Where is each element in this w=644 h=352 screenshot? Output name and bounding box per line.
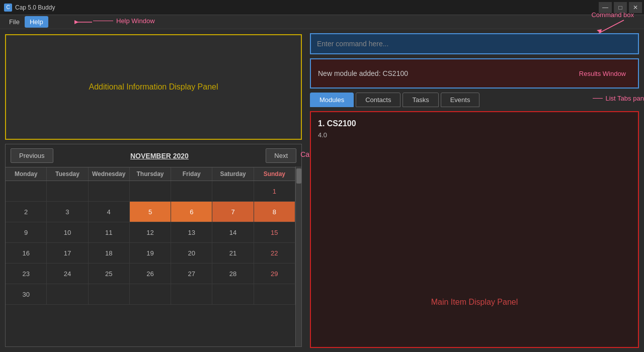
cal-cell-5[interactable]: 5 [130,202,171,222]
cal-cell-30[interactable]: 30 [6,284,47,304]
day-header-fri: Friday [171,167,212,181]
app-icon: C [4,4,12,12]
results-window-annotation: Results Window [579,70,626,77]
results-text: New module added: CS2100 [318,69,408,77]
main-layout: Additional Information Display Panel Pre… [0,29,644,352]
previous-button[interactable]: Previous [11,148,53,163]
cal-cell-21[interactable]: 21 [212,243,254,263]
maximize-button[interactable]: □ [614,2,627,13]
cal-cell-27[interactable]: 27 [171,263,212,284]
cal-cell-empty[interactable] [130,284,171,304]
app-title: Cap 5.0 Buddy [15,4,55,11]
cal-cell-18[interactable]: 18 [89,243,130,263]
cal-cell-empty[interactable] [212,284,254,304]
cal-cell-7[interactable]: 7 [212,202,254,222]
close-button[interactable]: ✕ [629,2,642,13]
calendar-nav: Previous NOVEMBER 2020 Next Calendar [6,144,301,167]
item-value: 4.0 [318,131,631,139]
cal-cell-3[interactable]: 3 [47,202,88,222]
help-window-annotation: Help Window [116,17,155,25]
calendar-section: Previous NOVEMBER 2020 Next Calendar Mon… [5,144,302,347]
cal-cell-20[interactable]: 20 [171,243,212,263]
day-header-wed: Wednesday [89,167,130,181]
calendar-row-3: 9 10 11 12 13 14 15 [6,222,295,243]
cal-cell-11[interactable]: 11 [89,222,130,242]
menubar: File Help Help Window [0,15,644,29]
calendar-header: Monday Tuesday Wednesday Thursday Friday… [6,167,295,181]
tab-events[interactable]: Events [441,93,480,107]
item-number: 1. CS2100 [318,119,631,128]
cal-cell-15[interactable]: 15 [254,222,295,242]
cal-cell-14[interactable]: 14 [212,222,254,242]
cal-cell-empty[interactable] [212,181,254,201]
cal-cell-empty[interactable] [47,284,88,304]
main-item-display-panel-label: Main Item Display Panel [431,298,518,307]
cal-cell-4[interactable]: 4 [89,202,130,222]
next-button[interactable]: Next [266,148,296,163]
day-header-sun: Sunday [254,167,295,181]
calendar-row-5: 23 24 25 26 27 28 29 [6,263,295,284]
command-input[interactable] [310,33,639,54]
cal-cell-17[interactable]: 17 [47,243,88,263]
results-window: New module added: CS2100 Results Window [310,58,639,89]
menu-item-help[interactable]: Help [25,16,48,28]
day-header-sat: Saturday [212,167,254,181]
cal-cell-10[interactable]: 10 [47,222,88,242]
cal-cell-empty[interactable] [47,181,88,201]
titlebar: C Cap 5.0 Buddy — □ ✕ [0,0,644,15]
cal-cell-6[interactable]: 6 [171,202,212,222]
cal-cell-empty[interactable] [6,181,47,201]
day-header-thu: Thursday [130,167,171,181]
cal-cell-empty[interactable] [89,181,130,201]
calendar-grid: Monday Tuesday Wednesday Thursday Friday… [6,167,301,346]
calendar-row-4: 16 17 18 19 20 21 22 [6,243,295,263]
minimize-button[interactable]: — [599,2,612,13]
day-header-mon: Monday [6,167,47,181]
cal-cell-29[interactable]: 29 [254,263,295,284]
svg-marker-3 [597,29,602,33]
tabs-container: Modules Contacts Tasks Events List Tabs … [310,93,639,107]
cal-cell-16[interactable]: 16 [6,243,47,263]
info-panel-label: Additional Information Display Panel [89,82,218,92]
cal-cell-25[interactable]: 25 [89,263,130,284]
day-header-tue: Tuesday [47,167,88,181]
content-area: 1. CS2100 4.0 Main Item Display Panel [310,111,639,348]
cal-cell-8[interactable]: 8 [254,202,295,222]
calendar-scrollbar[interactable] [295,166,301,346]
left-panel: Additional Information Display Panel Pre… [0,29,307,352]
menu-item-file[interactable]: File [4,16,25,28]
cal-cell-9[interactable]: 9 [6,222,47,242]
calendar-row-6: 30 [6,284,295,305]
calendar-row-1: 1 [6,181,295,202]
tab-tasks[interactable]: Tasks [403,93,438,107]
command-box-container: Command box [310,33,639,54]
tab-contacts[interactable]: Contacts [356,93,400,107]
cal-cell-24[interactable]: 24 [47,263,88,284]
cal-cell-26[interactable]: 26 [130,263,171,284]
cal-cell-23[interactable]: 23 [6,263,47,284]
cal-cell-1[interactable]: 1 [254,181,295,201]
cal-cell-13[interactable]: 13 [171,222,212,242]
tabs-annotation: List Tabs panel [606,95,645,102]
info-display-panel: Additional Information Display Panel [5,34,302,140]
calendar-month: NOVEMBER 2020 [130,152,189,160]
cal-cell-19[interactable]: 19 [130,243,171,263]
cal-cell-empty[interactable] [89,284,130,304]
window-controls: — □ ✕ [599,2,642,13]
cal-cell-2[interactable]: 2 [6,202,47,222]
tab-modules[interactable]: Modules [310,93,354,107]
cal-cell-empty[interactable] [130,181,171,201]
cal-cell-12[interactable]: 12 [130,222,171,242]
cal-cell-empty[interactable] [254,284,295,304]
svg-marker-1 [74,20,78,24]
right-panel: Command box New module added: CS2100 Res… [307,29,644,352]
calendar-row-2: 2 3 4 5 6 7 8 [6,202,295,222]
cal-cell-22[interactable]: 22 [254,243,295,263]
cal-cell-empty[interactable] [171,181,212,201]
cal-cell-empty[interactable] [171,284,212,304]
cal-cell-28[interactable]: 28 [212,263,254,284]
